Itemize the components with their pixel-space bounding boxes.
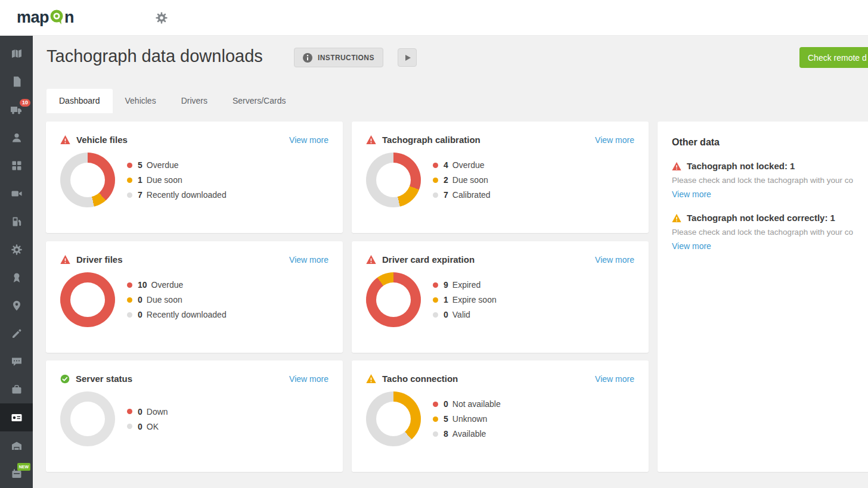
card-title: Vehicle files bbox=[76, 135, 128, 145]
legend-value: 0 bbox=[138, 422, 142, 431]
driver-files-card: Driver files View more 10 Overdue 0 Due … bbox=[46, 241, 343, 353]
sidebar-item-tachograph[interactable] bbox=[0, 403, 33, 431]
legend-label: Not available bbox=[452, 399, 501, 409]
play-video-button[interactable] bbox=[398, 48, 417, 67]
card-header: Server status View more bbox=[60, 374, 328, 384]
chat-icon bbox=[11, 356, 23, 368]
card-title: Server status bbox=[76, 374, 132, 384]
sidebar-item-cameras[interactable] bbox=[0, 179, 33, 207]
card-body: 0 Not available 5 Unknown 8 Available bbox=[366, 391, 634, 446]
other-item-description: Please check and lock the tachograph wit… bbox=[672, 176, 868, 185]
sidebar-item-equipment[interactable] bbox=[0, 375, 33, 403]
legend: 10 Overdue 0 Due soon 0 Recently downloa… bbox=[127, 280, 227, 319]
sidebar-item-driver-behavior[interactable] bbox=[0, 263, 33, 291]
legend-label: Expire soon bbox=[452, 295, 497, 304]
legend-dot bbox=[127, 192, 132, 198]
view-more-link[interactable]: View more bbox=[672, 189, 711, 199]
card-body: 5 Overdue 1 Due soon 7 Recently download… bbox=[60, 153, 328, 207]
tab-vehicles[interactable]: Vehicles bbox=[113, 89, 169, 113]
view-more-link[interactable]: View more bbox=[289, 255, 328, 265]
legend-item: 1 Due soon bbox=[127, 175, 227, 185]
other-item-header: Tachograph not locked: 1 bbox=[672, 161, 868, 171]
legend-item: 5 Overdue bbox=[127, 160, 227, 170]
tab-bar: Dashboard Vehicles Drivers Servers/Cards bbox=[46, 89, 298, 113]
card-header: Vehicle files View more bbox=[60, 135, 328, 145]
check-remote-downloads-button[interactable]: Check remote d bbox=[799, 47, 868, 68]
donut-chart bbox=[366, 153, 421, 207]
legend: 4 Overdue 2 Due soon 7 Calibrated bbox=[433, 160, 491, 200]
legend-dot bbox=[433, 297, 438, 303]
sidebar-item-fuel[interactable] bbox=[0, 207, 33, 235]
legend-dot bbox=[127, 424, 132, 429]
view-more-link[interactable]: View more bbox=[672, 241, 711, 251]
legend-value: 0 bbox=[444, 310, 448, 319]
other-data-title: Other data bbox=[672, 137, 868, 148]
sidebar-item-tasks[interactable] bbox=[0, 319, 33, 347]
legend-label: OK bbox=[147, 422, 159, 431]
tab-dashboard[interactable]: Dashboard bbox=[46, 89, 113, 113]
legend-value: 2 bbox=[444, 175, 448, 185]
view-more-link[interactable]: View more bbox=[595, 374, 634, 384]
sidebar-item-documents[interactable] bbox=[0, 67, 33, 95]
legend-item: 7 Recently downloaded bbox=[127, 190, 227, 200]
sidebar-item-maintenance[interactable] bbox=[0, 235, 33, 263]
mapon-logo[interactable]: map n bbox=[17, 8, 74, 27]
legend-label: Due soon bbox=[452, 175, 488, 185]
warning-icon bbox=[366, 255, 376, 264]
legend-dot bbox=[433, 282, 438, 288]
legend-item: 4 Overdue bbox=[433, 160, 491, 170]
legend: 0 Not available 5 Unknown 8 Available bbox=[433, 399, 501, 439]
gear-icon bbox=[155, 11, 168, 24]
legend-label: Down bbox=[147, 407, 168, 416]
legend-label: Available bbox=[452, 429, 486, 439]
other-data-item: Tachograph not locked correctly: 1 Pleas… bbox=[672, 213, 868, 251]
legend-label: Overdue bbox=[452, 160, 485, 170]
sidebar-nav: 10 bbox=[0, 36, 33, 488]
legend-dot bbox=[433, 312, 438, 318]
sidebar-item-dashboard[interactable] bbox=[0, 151, 33, 179]
legend-item: 8 Available bbox=[433, 429, 501, 439]
view-more-link[interactable]: View more bbox=[289, 135, 328, 145]
warning-icon bbox=[672, 214, 681, 222]
donut-chart bbox=[366, 272, 421, 327]
legend-item: 9 Expired bbox=[433, 280, 497, 290]
sidebar-item-chat[interactable] bbox=[0, 347, 33, 375]
card-header: Tacho connection View more bbox=[366, 374, 634, 384]
other-data-item: Tachograph not locked: 1 Please check an… bbox=[672, 161, 868, 200]
other-item-title: Tachograph not locked correctly: 1 bbox=[687, 213, 835, 223]
fleet-count-badge: 10 bbox=[20, 99, 30, 107]
check-circle-icon bbox=[60, 374, 70, 384]
sidebar-item-warehouse[interactable] bbox=[0, 431, 33, 459]
sidebar-item-maps[interactable] bbox=[0, 39, 33, 67]
legend-value: 10 bbox=[138, 280, 147, 290]
tab-drivers[interactable]: Drivers bbox=[169, 89, 220, 113]
view-more-link[interactable]: View more bbox=[595, 135, 634, 145]
legend-value: 0 bbox=[138, 310, 142, 319]
legend-item: 0 Not available bbox=[433, 399, 501, 409]
legend-item: 5 Unknown bbox=[433, 414, 501, 424]
info-icon bbox=[303, 53, 312, 63]
legend-value: 4 bbox=[444, 160, 448, 170]
legend-label: Expired bbox=[452, 280, 480, 290]
tab-servers-cards[interactable]: Servers/Cards bbox=[220, 89, 298, 113]
warning-icon bbox=[366, 135, 376, 144]
sidebar-item-drivers[interactable] bbox=[0, 123, 33, 151]
instructions-button[interactable]: INSTRUCTIONS bbox=[294, 48, 383, 67]
sidebar-item-routes[interactable] bbox=[0, 291, 33, 319]
settings-gear-button[interactable] bbox=[155, 11, 168, 24]
sidebar-item-fleet[interactable]: 10 bbox=[0, 95, 33, 123]
server-status-card: Server status View more 0 Down 0 OK bbox=[46, 360, 343, 472]
view-more-link[interactable]: View more bbox=[289, 374, 328, 384]
warehouse-icon bbox=[11, 440, 23, 452]
legend-item: 0 Down bbox=[127, 407, 168, 416]
legend-value: 1 bbox=[138, 175, 142, 185]
tachograph-calibration-card: Tachograph calibration View more 4 Overd… bbox=[352, 122, 649, 233]
legend-dot bbox=[433, 163, 438, 168]
sidebar-item-new-feature[interactable]: NEW bbox=[0, 459, 33, 487]
view-more-link[interactable]: View more bbox=[595, 255, 634, 265]
legend-dot bbox=[433, 192, 438, 198]
legend-dot bbox=[433, 416, 438, 422]
legend-value: 0 bbox=[138, 295, 142, 304]
card-body: 10 Overdue 0 Due soon 0 Recently downloa… bbox=[60, 272, 328, 327]
legend-value: 5 bbox=[138, 160, 142, 170]
